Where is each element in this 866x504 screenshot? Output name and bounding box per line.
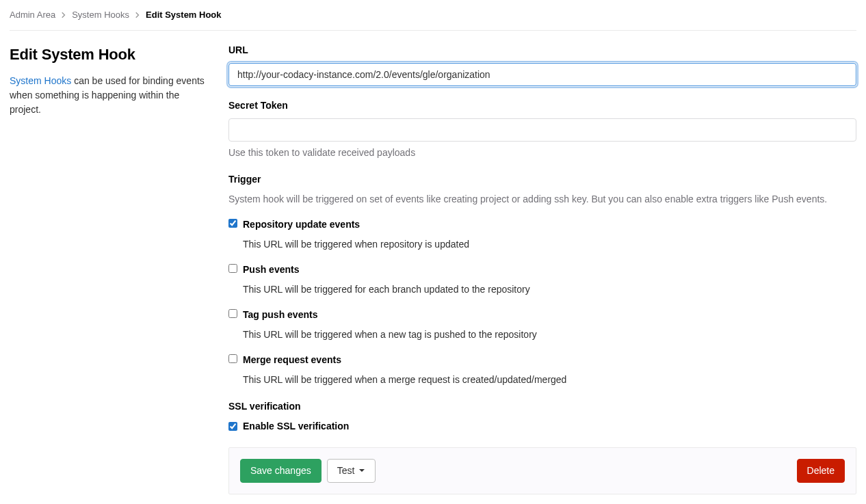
trigger-label: Trigger (228, 172, 856, 187)
breadcrumb-current: Edit System Hook (146, 8, 222, 22)
trigger-checkbox[interactable] (228, 354, 237, 363)
system-hooks-link[interactable]: System Hooks (10, 75, 71, 86)
trigger-name: Repository update events (243, 217, 469, 232)
form-footer: Save changes Test Delete (228, 447, 856, 495)
trigger-item: Push eventsThis URL will be triggered fo… (228, 263, 856, 297)
breadcrumb-admin[interactable]: Admin Area (10, 8, 55, 22)
trigger-desc: This URL will be triggered for each bran… (243, 282, 530, 297)
secret-label: Secret Token (228, 98, 856, 113)
ssl-label: SSL verification (228, 399, 856, 414)
chevron-right-icon (133, 11, 142, 19)
trigger-checkbox[interactable] (228, 264, 237, 273)
trigger-name: Push events (243, 263, 530, 277)
ssl-checkbox[interactable] (228, 422, 237, 431)
secret-input[interactable] (228, 118, 856, 142)
trigger-checkbox[interactable] (228, 309, 237, 318)
save-button[interactable]: Save changes (240, 459, 322, 483)
secret-help: Use this token to validate received payl… (228, 146, 856, 160)
url-label: URL (228, 43, 856, 57)
page-title: Edit System Hook (10, 43, 209, 66)
breadcrumb-hooks[interactable]: System Hooks (72, 8, 129, 22)
trigger-name: Tag push events (243, 308, 537, 322)
form: URL Secret Token Use this token to valid… (228, 43, 856, 495)
ssl-check-label: Enable SSL verification (243, 419, 349, 434)
page-description: System Hooks can be used for binding eve… (10, 74, 209, 117)
trigger-name: Merge request events (243, 353, 566, 367)
trigger-desc: This URL will be triggered when a new ta… (243, 328, 537, 342)
trigger-item: Merge request eventsThis URL will be tri… (228, 353, 856, 387)
trigger-desc: This URL will be triggered when reposito… (243, 237, 469, 252)
chevron-right-icon (60, 11, 68, 19)
trigger-checkbox[interactable] (228, 219, 237, 228)
url-input[interactable] (228, 63, 856, 86)
test-dropdown[interactable]: Test (327, 459, 376, 483)
trigger-item: Tag push eventsThis URL will be triggere… (228, 308, 856, 342)
trigger-item: Repository update eventsThis URL will be… (228, 217, 856, 252)
caret-down-icon (358, 467, 365, 474)
sidebar-description: Edit System Hook System Hooks can be use… (10, 43, 228, 117)
breadcrumb: Admin Area System Hooks Edit System Hook (10, 8, 856, 31)
delete-button[interactable]: Delete (797, 459, 845, 483)
trigger-desc: System hook will be triggered on set of … (228, 192, 856, 207)
trigger-desc: This URL will be triggered when a merge … (243, 373, 566, 387)
